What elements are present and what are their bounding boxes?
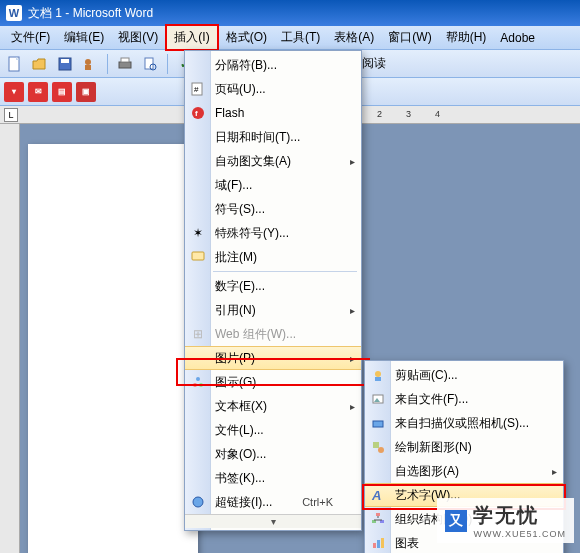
svg-rect-4 [85, 65, 91, 70]
mi-textbox[interactable]: 文本框(X) [185, 394, 361, 418]
mi-label: 文本框(X) [215, 398, 267, 415]
menu-help[interactable]: 帮助(H) [439, 26, 494, 49]
mi-scanner[interactable]: 来自扫描仪或照相机(S)... [365, 411, 563, 435]
menu-view[interactable]: 视图(V) [111, 26, 165, 49]
print-button[interactable] [114, 53, 136, 75]
flash-icon: f [189, 104, 207, 122]
mi-file[interactable]: 文件(L)... [185, 418, 361, 442]
new-doc-button[interactable] [4, 53, 26, 75]
preview-button[interactable] [139, 53, 161, 75]
menu-separator [213, 271, 357, 272]
menu-table[interactable]: 表格(A) [327, 26, 381, 49]
save-button[interactable] [54, 53, 76, 75]
hyperlink-icon [189, 493, 207, 511]
tick: 4 [435, 109, 440, 123]
svg-rect-36 [373, 543, 376, 548]
mi-label: 日期和时间(T)... [215, 129, 300, 146]
svg-point-16 [192, 107, 204, 119]
scanner-icon [369, 414, 387, 432]
svg-point-21 [199, 383, 203, 387]
wordart-icon: A [369, 486, 387, 504]
mi-number[interactable]: 数字(E)... [185, 274, 361, 298]
menu-expand-icon[interactable]: ▾ [185, 514, 361, 528]
svg-rect-27 [373, 421, 383, 427]
tick: 3 [406, 109, 411, 123]
mi-object[interactable]: 对象(O)... [185, 442, 361, 466]
mi-pagenum[interactable]: #页码(U)... [185, 77, 361, 101]
pagenum-icon: # [189, 80, 207, 98]
special-icon: ✶ [189, 224, 207, 242]
page[interactable] [28, 144, 198, 553]
pdf-button-1[interactable]: ▾ [4, 82, 24, 102]
svg-rect-31 [376, 513, 380, 516]
mi-label: 图表 [395, 535, 419, 552]
mi-diagram[interactable]: 图示(G)... [185, 370, 361, 394]
mi-autotext[interactable]: 自动图文集(A) [185, 149, 361, 173]
mi-special[interactable]: ✶特殊符号(Y)... [185, 221, 361, 245]
mi-label: 绘制新图形(N) [395, 439, 472, 456]
mi-bookmark[interactable]: 书签(K)... [185, 466, 361, 490]
pdf-button-2[interactable]: ✉ [28, 82, 48, 102]
mi-webcomp[interactable]: ⊞Web 组件(W)... [185, 322, 361, 346]
mi-break[interactable]: 分隔符(B)... [185, 53, 361, 77]
svg-rect-28 [373, 442, 379, 448]
svg-point-23 [375, 371, 381, 377]
permissions-button[interactable] [79, 53, 101, 75]
svg-point-3 [85, 59, 91, 65]
mi-label: 来自扫描仪或照相机(S)... [395, 415, 529, 432]
mi-hyperlink[interactable]: 超链接(I)...Ctrl+K [185, 490, 361, 514]
window-title: 文档 1 - Microsoft Word [28, 5, 153, 22]
mi-autoshape[interactable]: 自选图形(A) [365, 459, 563, 483]
watermark: 又 学无忧 WWW.XUE51.COM [437, 498, 574, 543]
watermark-title: 学无忧 [473, 502, 566, 529]
mi-datetime[interactable]: 日期和时间(T)... [185, 125, 361, 149]
mi-comment[interactable]: 批注(M) [185, 245, 361, 269]
svg-rect-38 [381, 538, 384, 548]
orgchart-icon [369, 510, 387, 528]
pdf-button-3[interactable]: ▤ [52, 82, 72, 102]
word-icon: W [6, 5, 22, 21]
menu-insert[interactable]: 插入(I) [165, 24, 218, 51]
read-label: 阅读 [362, 55, 386, 72]
mi-reference[interactable]: 引用(N) [185, 298, 361, 322]
svg-rect-37 [377, 540, 380, 548]
insert-menu: 分隔符(B)... #页码(U)... fFlash 日期和时间(T)... 自… [184, 50, 362, 531]
mi-label: 自选图形(A) [395, 463, 459, 480]
mi-clipart[interactable]: 剪贴画(C)... [365, 363, 563, 387]
titlebar: W 文档 1 - Microsoft Word [0, 0, 580, 26]
mi-label: 域(F)... [215, 177, 252, 194]
mi-label: 自动图文集(A) [215, 153, 291, 170]
mi-newdraw[interactable]: 绘制新图形(N) [365, 435, 563, 459]
mi-label: 数字(E)... [215, 278, 265, 295]
mi-label: 来自文件(F)... [395, 391, 468, 408]
menubar: 文件(F) 编辑(E) 视图(V) 插入(I) 格式(O) 工具(T) 表格(A… [0, 26, 580, 50]
mi-field[interactable]: 域(F)... [185, 173, 361, 197]
fromfile-icon [369, 390, 387, 408]
menu-tools[interactable]: 工具(T) [274, 26, 327, 49]
svg-text:A: A [371, 488, 381, 502]
svg-point-29 [378, 447, 384, 453]
separator [167, 54, 168, 74]
mi-label: 对象(O)... [215, 446, 266, 463]
open-button[interactable] [29, 53, 51, 75]
svg-rect-24 [375, 377, 381, 381]
menu-adobe[interactable]: Adobe [493, 28, 542, 48]
svg-point-22 [193, 497, 203, 507]
mi-picture[interactable]: 图片(P) [185, 346, 361, 370]
vertical-ruler [0, 124, 20, 553]
svg-point-20 [193, 383, 197, 387]
menu-window[interactable]: 窗口(W) [381, 26, 438, 49]
mi-label: 剪贴画(C)... [395, 367, 458, 384]
mi-flash[interactable]: fFlash [185, 101, 361, 125]
mi-label: 文件(L)... [215, 422, 264, 439]
menu-format[interactable]: 格式(O) [219, 26, 274, 49]
mi-label: 超链接(I)... [215, 494, 272, 511]
mi-label: 图示(G)... [215, 374, 266, 391]
mi-fromfile[interactable]: 来自文件(F)... [365, 387, 563, 411]
mi-symbol[interactable]: 符号(S)... [185, 197, 361, 221]
svg-text:f: f [195, 109, 198, 118]
menu-file[interactable]: 文件(F) [4, 26, 57, 49]
menu-edit[interactable]: 编辑(E) [57, 26, 111, 49]
mi-label: 引用(N) [215, 302, 256, 319]
pdf-button-4[interactable]: ▣ [76, 82, 96, 102]
